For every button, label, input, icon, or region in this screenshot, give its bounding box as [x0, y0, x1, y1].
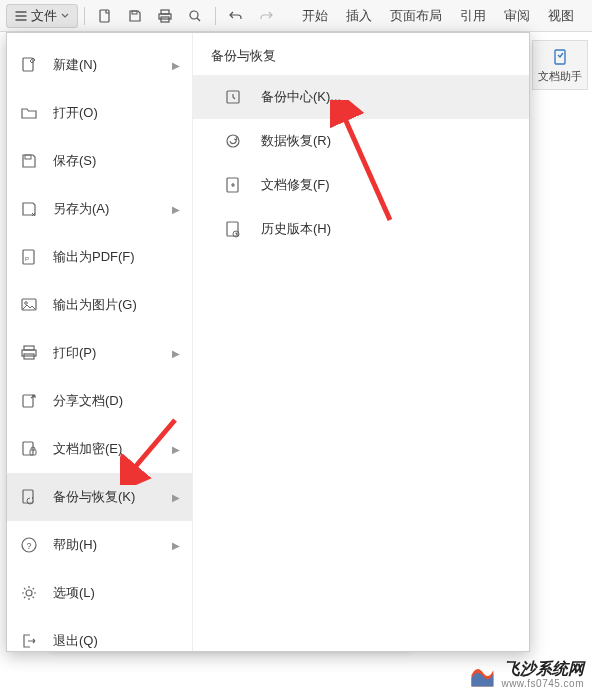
submenu-history-label: 历史版本(H) [261, 220, 331, 238]
watermark-url: www.fs0745.com [501, 678, 584, 689]
submenu-doc-repair-label: 文档修复(F) [261, 176, 330, 194]
recover-icon [223, 131, 243, 151]
menu-help-label: 帮助(H) [53, 536, 97, 554]
chevron-right-icon: ▶ [172, 348, 180, 359]
svg-rect-2 [161, 10, 169, 14]
menu-encrypt-label: 文档加密(E) [53, 440, 122, 458]
menu-print-label: 打印(P) [53, 344, 96, 362]
undo-icon[interactable] [222, 4, 250, 28]
new-doc-icon[interactable] [91, 4, 119, 28]
menu-exportimg-label: 输出为图片(G) [53, 296, 137, 314]
top-toolbar: 文件 开始 插入 页面布局 引用 审阅 视图 [0, 0, 592, 32]
toolbar-separator [84, 7, 85, 25]
svg-point-5 [190, 11, 198, 19]
preview-icon[interactable] [181, 4, 209, 28]
menu-backup-label: 备份与恢复(K) [53, 488, 135, 506]
submenu-data-recover[interactable]: 数据恢复(R) [193, 119, 529, 163]
history-icon [223, 219, 243, 239]
chevron-right-icon: ▶ [172, 204, 180, 215]
tab-review[interactable]: 审阅 [504, 7, 530, 25]
svg-point-24 [227, 135, 239, 147]
redo-icon [252, 4, 280, 28]
watermark-title: 飞沙系统网 [501, 660, 584, 678]
save-icon [19, 151, 39, 171]
submenu-doc-repair[interactable]: 文档修复(F) [193, 163, 529, 207]
backup-icon [19, 487, 39, 507]
chevron-right-icon: ▶ [172, 60, 180, 71]
submenu-history[interactable]: 历史版本(H) [193, 207, 529, 251]
tab-layout[interactable]: 页面布局 [390, 7, 442, 25]
file-menu-list: 新建(N) ▶ 打开(O) 保存(S) 另存为(A) ▶ P [7, 33, 193, 651]
help-icon: ? [19, 535, 39, 555]
menu-new[interactable]: 新建(N) ▶ [7, 41, 192, 89]
backup-center-icon [223, 87, 243, 107]
tab-start[interactable]: 开始 [302, 7, 328, 25]
image-icon [19, 295, 39, 315]
svg-rect-0 [100, 10, 109, 22]
svg-rect-1 [132, 11, 137, 14]
helper-icon [550, 47, 570, 67]
menu-open[interactable]: 打开(O) [7, 89, 192, 137]
svg-point-12 [25, 302, 28, 305]
gear-icon [19, 583, 39, 603]
tab-insert[interactable]: 插入 [346, 7, 372, 25]
file-dropdown: 新建(N) ▶ 打开(O) 保存(S) 另存为(A) ▶ P [6, 32, 530, 652]
helper-label: 文档助手 [538, 69, 582, 84]
folder-icon [19, 103, 39, 123]
menu-options-label: 选项(L) [53, 584, 95, 602]
menu-saveas[interactable]: 另存为(A) ▶ [7, 185, 192, 233]
svg-point-22 [26, 590, 32, 596]
saveas-icon [19, 199, 39, 219]
menu-open-label: 打开(O) [53, 104, 98, 122]
submenu-backup-center[interactable]: 备份中心(K)... [193, 75, 529, 119]
save-icon[interactable] [121, 4, 149, 28]
file-menu-button[interactable]: 文件 [6, 4, 78, 28]
menu-exit-label: 退出(Q) [53, 632, 98, 650]
submenu-title: 备份与恢复 [193, 47, 529, 75]
menu-exportpdf[interactable]: P 输出为PDF(F) [7, 233, 192, 281]
svg-rect-19 [23, 490, 33, 503]
share-icon [19, 391, 39, 411]
menu-backup[interactable]: 备份与恢复(K) ▶ [7, 473, 192, 521]
menu-print[interactable]: 打印(P) ▶ [7, 329, 192, 377]
lock-icon [19, 439, 39, 459]
menu-saveas-label: 另存为(A) [53, 200, 109, 218]
repair-icon [223, 175, 243, 195]
menu-options[interactable]: 选项(L) [7, 569, 192, 617]
chevron-down-icon [61, 12, 69, 20]
pdf-icon: P [19, 247, 39, 267]
print-icon [19, 343, 39, 363]
submenu-data-recover-label: 数据恢复(R) [261, 132, 331, 150]
chevron-right-icon: ▶ [172, 540, 180, 551]
menu-save[interactable]: 保存(S) [7, 137, 192, 185]
menu-share-label: 分享文档(D) [53, 392, 123, 410]
chevron-right-icon: ▶ [172, 444, 180, 455]
backup-submenu: 备份与恢复 备份中心(K)... 数据恢复(R) 文档修复(F) 历史版本(H) [193, 33, 529, 651]
menu-share[interactable]: 分享文档(D) [7, 377, 192, 425]
tab-reference[interactable]: 引用 [460, 7, 486, 25]
menu-help[interactable]: ? 帮助(H) ▶ [7, 521, 192, 569]
menu-encrypt[interactable]: 文档加密(E) ▶ [7, 425, 192, 473]
exit-icon [19, 631, 39, 651]
svg-rect-13 [24, 346, 34, 350]
menu-save-label: 保存(S) [53, 152, 96, 170]
svg-text:P: P [25, 256, 29, 262]
file-menu-label: 文件 [31, 7, 57, 25]
menu-exit[interactable]: 退出(Q) [7, 617, 192, 665]
hamburger-icon [15, 10, 27, 22]
watermark: 飞沙系统网 www.fs0745.com [469, 660, 584, 689]
toolbar-separator [215, 7, 216, 25]
menu-exportpdf-label: 输出为PDF(F) [53, 248, 135, 266]
watermark-logo-icon [469, 662, 495, 688]
menu-new-label: 新建(N) [53, 56, 97, 74]
submenu-backup-center-label: 备份中心(K)... [261, 88, 341, 106]
svg-rect-16 [23, 395, 33, 407]
svg-text:?: ? [27, 541, 32, 551]
print-icon[interactable] [151, 4, 179, 28]
svg-rect-8 [25, 155, 31, 159]
menu-exportimg[interactable]: 输出为图片(G) [7, 281, 192, 329]
new-icon [19, 55, 39, 75]
tab-view[interactable]: 视图 [548, 7, 574, 25]
doc-helper-button[interactable]: 文档助手 [532, 40, 588, 90]
ribbon-tabs: 开始 插入 页面布局 引用 审阅 视图 [302, 7, 574, 25]
